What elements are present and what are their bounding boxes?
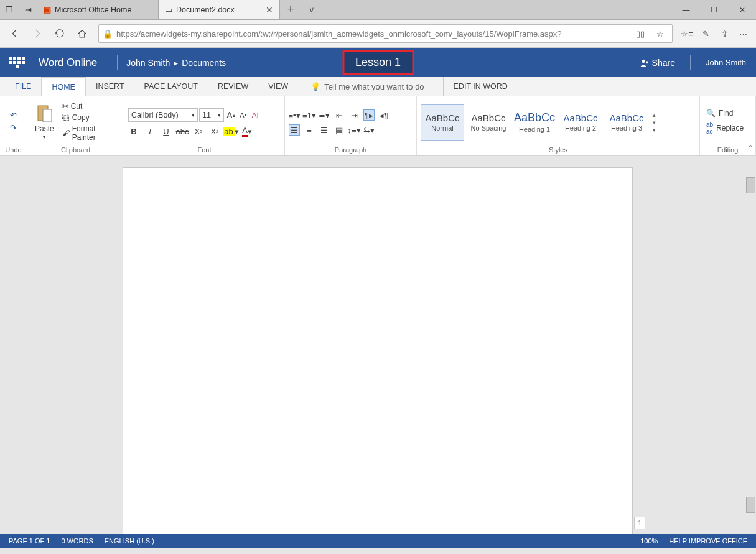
decrease-indent-icon[interactable]: ⇤ — [334, 109, 345, 121]
ltr-icon[interactable]: ¶▸ — [363, 109, 375, 121]
undo-icon[interactable]: ↶ — [8, 110, 19, 121]
font-color-icon[interactable]: A▾ — [241, 126, 253, 137]
scrollbar-thumb[interactable] — [746, 177, 755, 193]
line-spacing-icon[interactable]: ↕≡▾ — [348, 124, 360, 136]
document-page[interactable] — [123, 167, 633, 534]
tab-file[interactable]: FILE — [5, 77, 41, 96]
underline-icon[interactable]: U — [161, 126, 172, 137]
tab-insert[interactable]: INSERT — [86, 77, 134, 96]
scrollbar-thumb[interactable] — [746, 497, 755, 513]
forward-button[interactable] — [27, 24, 47, 44]
grow-font-icon[interactable]: A▴ — [225, 109, 236, 121]
font-name-select[interactable]: Calibri (Body)▾ — [128, 108, 198, 122]
tab-title: Document2.docx — [176, 6, 262, 14]
notes-icon[interactable]: ✎ — [698, 25, 714, 42]
browser-tab[interactable]: ▭ Document2.docx ✕ — [159, 0, 280, 19]
status-help-improve[interactable]: HELP IMPROVE OFFICE — [669, 537, 747, 545]
group-editing-label: Editing — [704, 145, 752, 155]
window-close-button[interactable]: ✕ — [728, 0, 756, 19]
cut-button[interactable]: ✂Cut — [60, 101, 120, 111]
status-language[interactable]: ENGLISH (U.S.) — [105, 537, 154, 545]
breadcrumb-user[interactable]: John Smith — [126, 58, 170, 68]
home-button[interactable] — [72, 24, 92, 44]
font-size-select[interactable]: 11▾ — [199, 108, 224, 122]
user-name[interactable]: John Smith — [706, 58, 746, 67]
group-clipboard-label: Clipboard — [31, 145, 120, 155]
close-tab-icon[interactable]: ✕ — [266, 5, 273, 15]
collapse-ribbon-icon[interactable]: ˄ — [749, 144, 752, 153]
tab-home[interactable]: HOME — [41, 77, 86, 96]
refresh-button[interactable] — [50, 24, 70, 44]
style-heading-2[interactable]: AaBbCcHeading 2 — [559, 104, 602, 141]
document-title[interactable]: Lesson 1 — [342, 50, 414, 75]
numbering-icon[interactable]: ≡1▾ — [304, 109, 315, 121]
style-heading-3[interactable]: AaBbCcHeading 3 — [605, 104, 648, 141]
highlight-icon[interactable]: ab▾ — [225, 126, 236, 137]
rtl-icon[interactable]: ◂¶ — [378, 109, 390, 121]
paste-label: Paste — [35, 124, 54, 133]
format-painter-button[interactable]: 🖌Format Painter — [60, 124, 120, 142]
page-number-indicator: 1 — [634, 517, 645, 529]
align-left-icon[interactable]: ☰ — [289, 124, 300, 136]
multilevel-list-icon[interactable]: ≣▾ — [319, 109, 330, 121]
edit-in-word-link[interactable]: EDIT IN WORD — [443, 77, 518, 96]
status-zoom[interactable]: 100% — [640, 537, 658, 545]
tab-menu-icon[interactable]: ∨ — [301, 0, 322, 19]
app-name[interactable]: Word Online — [39, 57, 97, 69]
tabs-overview-icon[interactable]: ❐ — [0, 0, 19, 19]
align-center-icon[interactable]: ≡ — [304, 124, 315, 136]
status-page[interactable]: PAGE 1 OF 1 — [9, 537, 50, 545]
app-launcher-icon[interactable] — [7, 53, 26, 72]
find-button[interactable]: 🔍Find — [704, 108, 752, 119]
share-button[interactable]: Share — [640, 58, 675, 68]
tabs-aside-icon[interactable]: ⇥ — [19, 0, 37, 19]
document-icon: ▭ — [165, 5, 172, 14]
new-tab-button[interactable]: + — [280, 0, 301, 19]
window-minimize-button[interactable]: — — [672, 0, 700, 19]
browser-toolbar: 🔒 ▯▯ ☆ ☆≡ ✎ ⇪ ⋯ — [0, 20, 756, 48]
document-canvas[interactable]: 1 — [0, 156, 756, 534]
shrink-font-icon[interactable]: A▾ — [238, 109, 249, 121]
tab-page-layout[interactable]: PAGE LAYOUT — [134, 77, 208, 96]
increase-indent-icon[interactable]: ⇥ — [348, 109, 360, 121]
browser-tab[interactable]: ▣ Microsoft Office Home — [37, 0, 159, 19]
styles-more-icon[interactable]: ▴▾▾ — [651, 112, 658, 133]
clear-formatting-icon[interactable]: A⃠ — [250, 109, 261, 121]
bullets-icon[interactable]: ≡•▾ — [289, 109, 300, 121]
chevron-down-icon: ▾ — [192, 112, 195, 118]
strikethrough-icon[interactable]: abc — [177, 126, 188, 137]
italic-icon[interactable]: I — [144, 126, 156, 137]
address-bar[interactable]: 🔒 ▯▯ ☆ — [98, 24, 673, 43]
tell-me-search[interactable]: 💡 Tell me what you want to do — [298, 77, 424, 96]
status-words[interactable]: 0 WORDS — [61, 537, 93, 545]
superscript-icon[interactable]: X2 — [209, 126, 220, 137]
reading-view-icon[interactable]: ▯▯ — [632, 25, 648, 42]
special-indent-icon[interactable]: ⇆▾ — [363, 124, 375, 136]
url-input[interactable] — [116, 29, 628, 39]
favorite-star-icon[interactable]: ☆ — [652, 25, 668, 42]
style-normal[interactable]: AaBbCcNormal — [421, 104, 464, 141]
window-maximize-button[interactable]: ☐ — [700, 0, 728, 19]
status-bar: PAGE 1 OF 1 0 WORDS ENGLISH (U.S.) 100% … — [0, 534, 756, 548]
svg-rect-2 — [43, 109, 52, 122]
favorites-icon[interactable]: ☆≡ — [679, 25, 695, 42]
replace-button[interactable]: abacReplace — [704, 120, 752, 136]
tab-review[interactable]: REVIEW — [208, 77, 258, 96]
share-label: Share — [652, 58, 675, 68]
justify-icon[interactable]: ▤ — [334, 124, 345, 136]
redo-icon[interactable]: ↷ — [8, 122, 19, 134]
bold-icon[interactable]: B — [128, 126, 139, 137]
more-icon[interactable]: ⋯ — [735, 25, 751, 42]
back-button[interactable] — [5, 24, 25, 44]
align-right-icon[interactable]: ☰ — [319, 124, 330, 136]
copy-button[interactable]: ⿻Copy — [60, 113, 120, 122]
subscript-icon[interactable]: X2 — [193, 126, 204, 137]
style-heading-1[interactable]: AaBbCcHeading 1 — [513, 104, 556, 141]
tab-view[interactable]: VIEW — [258, 77, 298, 96]
share-icon[interactable]: ⇪ — [716, 25, 732, 42]
copy-icon: ⿻ — [62, 113, 70, 122]
paste-button[interactable]: Paste ▾ — [31, 98, 58, 145]
style-no-spacing[interactable]: AaBbCcNo Spacing — [467, 104, 510, 141]
breadcrumb-location[interactable]: Documents — [182, 58, 226, 68]
office-logo-icon: ▣ — [44, 5, 51, 14]
